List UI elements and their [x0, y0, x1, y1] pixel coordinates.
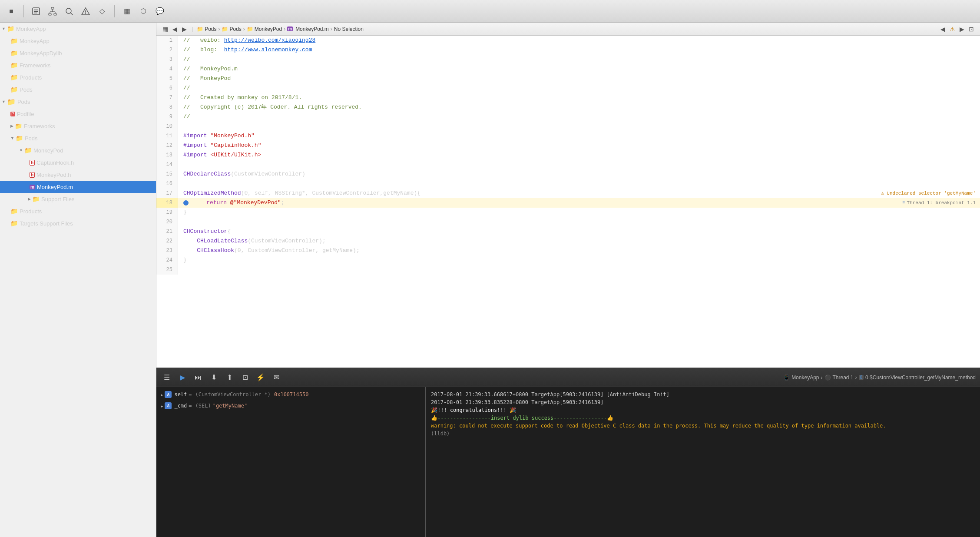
sidebar-item-label: MonkeyPod.m: [37, 184, 73, 190]
sidebar-item-monkeypod-folder[interactable]: ▼ 📁 MonkeyPod: [0, 144, 156, 156]
code-content: return @"MonkeyDevPod"; ≡ Thread 1: brea…: [178, 198, 980, 208]
nav-forward-button[interactable]: ▶: [180, 25, 189, 33]
m-file-icon: m: [287, 27, 293, 31]
var-type: (SEL): [195, 403, 211, 409]
tag-icon[interactable]: ⬡: [137, 5, 149, 17]
sidebar-item-pods-top[interactable]: 📁 Pods: [0, 83, 156, 96]
line-number: 22: [156, 236, 178, 246]
sidebar-item-monkeyapp-root[interactable]: ▼ 📁 MonkeyApp: [0, 23, 156, 35]
debug-list-button[interactable]: ☰: [161, 371, 173, 384]
line-number: 5: [156, 74, 178, 83]
code-line-10: 10: [156, 122, 980, 131]
project-icon[interactable]: [30, 5, 42, 17]
breadcrumb-warning-button[interactable]: ⚠: [948, 25, 957, 33]
sidebar-item-products-pods[interactable]: 📁 Products: [0, 205, 156, 217]
sidebar-item-monkeyappdylib[interactable]: 📁 MonkeyAppDylib: [0, 47, 156, 59]
sidebar-item-targets-support[interactable]: 📁 Targets Support Files: [0, 217, 156, 229]
debug-continue-button[interactable]: ▶: [176, 371, 189, 384]
debug-stepout-button[interactable]: ⬆: [223, 371, 235, 384]
line-number: 10: [156, 122, 178, 131]
code-line-22: 22 CHLoadLateClass(CustomViewController)…: [156, 236, 980, 246]
grid-icon[interactable]: ▦: [121, 5, 133, 17]
sidebar-item-label: Support Files: [41, 196, 75, 202]
line-number: 6: [156, 83, 178, 93]
bookmark-icon[interactable]: ◇: [96, 5, 108, 17]
var-type-icon: A: [165, 402, 172, 409]
code-content: CHLoadLateClass(CustomViewController);: [178, 236, 980, 246]
sidebar-item-monkeypod-m[interactable]: m MonkeyPod.m: [0, 181, 156, 193]
line-number: 23: [156, 246, 178, 255]
line-number: 25: [156, 265, 178, 275]
debug-stepover-button[interactable]: ⏭: [192, 371, 204, 384]
stop-icon[interactable]: ■: [5, 5, 17, 17]
folder-icon: 📁: [247, 26, 253, 32]
console-line: 2017-08-01 21:39:33.835228+0800 TargetAp…: [431, 398, 975, 406]
code-line-17: 17 CHOptimizedMethod(0, self, NSString*,…: [156, 189, 980, 198]
debug-sep: ›: [821, 375, 823, 381]
var-row-cmd[interactable]: A _cmd = (SEL) "getMyName": [156, 400, 425, 411]
code-content: #import "MonkeyPod.h": [178, 131, 980, 141]
sidebar-item-frameworks-app[interactable]: 📁 Frameworks: [0, 59, 156, 71]
comment-icon[interactable]: 💬: [154, 5, 166, 17]
code-content: [178, 160, 980, 169]
debug-frame-label: 0 $CustomViewController_getMyName_method: [865, 375, 976, 381]
breadcrumb-pods1[interactable]: 📁 Pods: [197, 26, 216, 32]
breadcrumb-monkeypod[interactable]: 📁 MonkeyPod: [247, 26, 282, 32]
hierarchy-icon[interactable]: [46, 5, 59, 17]
code-line-19: 19 }: [156, 208, 980, 217]
debug-app-icon: 📱: [783, 375, 790, 381]
sidebar-item-podfile[interactable]: P Podfile: [0, 108, 156, 120]
svg-rect-2: [34, 11, 38, 12]
code-content: //: [178, 55, 980, 64]
sidebar-item-monkeyapp[interactable]: 📁 MonkeyApp: [0, 35, 156, 47]
nav-back-button[interactable]: ◀: [170, 25, 179, 33]
code-content: }: [178, 208, 980, 217]
variables-panel: A self = (CustomViewController *) 0x1007…: [156, 387, 426, 537]
editor-area: ▦ ◀ ▶ | 📁 Pods › 📁 Pods › 📁 MonkeyPod › …: [156, 23, 980, 537]
grid-view-button[interactable]: ▦: [161, 25, 169, 33]
sidebar-item-label: Pods: [25, 135, 38, 142]
code-content: }: [178, 255, 980, 265]
line-number: 8: [156, 103, 178, 112]
line-number: 16: [156, 179, 178, 189]
var-name: _cmd: [174, 403, 187, 409]
sidebar-item-products[interactable]: 📁 Products: [0, 71, 156, 83]
var-row-self[interactable]: A self = (CustomViewController *) 0x1007…: [156, 389, 425, 400]
debug-send-button[interactable]: ✉: [270, 371, 282, 384]
code-line-21: 21 CHConstructor{: [156, 227, 980, 236]
line-number: 12: [156, 141, 178, 150]
var-eq: =: [189, 403, 192, 409]
sidebar-item-monkeypod-h[interactable]: h MonkeyPod.h: [0, 169, 156, 181]
console-line-lldb: (lldb): [431, 430, 975, 438]
code-line-11: 11 #import "MonkeyPod.h": [156, 131, 980, 141]
breadcrumb-back-button[interactable]: ◀: [938, 25, 947, 33]
sidebar-item-pods-root[interactable]: ▼ 📁 Pods: [0, 96, 156, 108]
sidebar-item-label: MonkeyAppDylib: [20, 50, 62, 56]
sidebar-item-frameworks-pods[interactable]: ▶ 📁 Frameworks: [0, 120, 156, 132]
console-panel[interactable]: 2017-08-01 21:39:33.668617+0800 TargetAp…: [426, 387, 980, 537]
folder-icon: 📁: [222, 26, 228, 32]
bottom-panel: ☰ ▶ ⏭ ⬇ ⬆ ⊡ ⚡ ✉ 📱 MonkeyApp › ⚫ Thread 1…: [156, 368, 980, 537]
breadcrumb-monkeypodm[interactable]: m MonkeyPod.m: [287, 26, 329, 32]
sidebar-item-captainhook[interactable]: h CaptainHook.h: [0, 156, 156, 169]
code-editor[interactable]: 1 // weibo: http://weibo.com/xiaoqing28 …: [156, 36, 980, 368]
debug-stepinto-button[interactable]: ⬇: [208, 371, 220, 384]
debug-split-button[interactable]: ⊡: [239, 371, 251, 384]
code-content: [178, 265, 980, 275]
code-content: //: [178, 83, 980, 93]
search-icon[interactable]: [63, 5, 75, 17]
breadcrumb-forward-button[interactable]: ▶: [957, 25, 966, 33]
breadcrumb-pods2[interactable]: 📁 Pods: [222, 26, 241, 32]
h-file-icon: h: [30, 160, 35, 166]
sidebar-item-pods-expanded[interactable]: ▼ 📁 Pods: [0, 132, 156, 144]
breadcrumb-noselection[interactable]: No Selection: [334, 26, 364, 32]
sidebar-item-label: Podfile: [17, 111, 34, 117]
sidebar-item-support-files[interactable]: ▶ 📁 Support Files: [0, 193, 156, 205]
code-content: // Copyright (c) 2017年 Coder. All rights…: [178, 103, 980, 112]
warning-icon[interactable]: [79, 5, 92, 17]
line-number: 13: [156, 150, 178, 160]
code-line-15: 15 CHDeclareClass(CustomViewController): [156, 169, 980, 179]
code-line-8: 8 // Copyright (c) 2017年 Coder. All righ…: [156, 103, 980, 112]
debug-connect-button[interactable]: ⚡: [255, 371, 267, 384]
breadcrumb-grid-button[interactable]: ⊡: [967, 25, 976, 33]
